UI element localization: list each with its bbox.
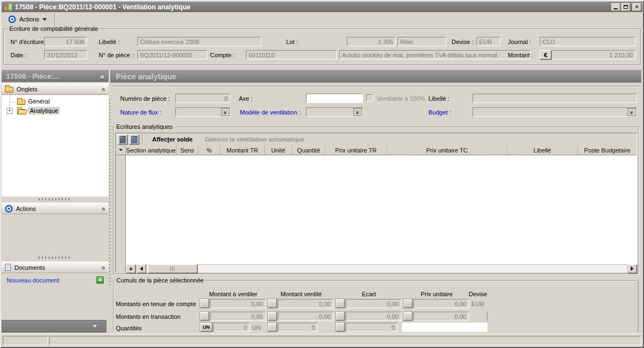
axe-input[interactable] [306, 94, 363, 103]
grid-body [116, 155, 637, 264]
column-header-sens[interactable]: Sens [176, 145, 198, 155]
budget-dropdown-button[interactable]: » [627, 108, 636, 116]
generer-ventilation-button: Générer la ventilation automatique [205, 136, 304, 143]
cumuls-detail-button[interactable] [336, 299, 345, 308]
close-button[interactable]: ✕ [632, 3, 641, 11]
cumuls-detail-button[interactable] [336, 312, 345, 320]
documents-panel-header[interactable]: Documents « [2, 262, 109, 273]
tree-item-label: Général [28, 98, 50, 105]
nature-flux-dropdown-button[interactable]: » [221, 108, 230, 116]
scroll-left-button[interactable] [137, 264, 146, 273]
hscroll-thumb[interactable] [148, 264, 197, 273]
main-area: Pièce analytique Numéro de pièce : 0 Axe… [110, 69, 642, 333]
journal-label: Journal : [508, 39, 531, 45]
scroll-right-button[interactable] [627, 264, 637, 273]
chart-bar-green [8, 3, 12, 10]
tenue-ecart-field: 0,00 [346, 299, 401, 308]
cumuls-row-transaction-label: Montants en transaction [116, 313, 180, 320]
folder-icon [17, 100, 25, 105]
quantites-empty-cell [402, 323, 487, 332]
column-header-poste-budgetaire[interactable]: Poste Budgetaire [578, 145, 637, 155]
lot-label: Lot : [286, 39, 298, 45]
affecter-solde-text: er solde [169, 136, 192, 143]
folder-open-icon [17, 109, 25, 115]
cumuls-groupbox: Cumuls de la pièce sélectionnée Montant … [113, 280, 638, 332]
minimize-button[interactable] [611, 3, 620, 11]
page-icon [120, 136, 126, 143]
cumuls-detail-button[interactable] [268, 299, 277, 308]
tree-item-analytique[interactable]: Analytique [17, 106, 60, 115]
cumuls-detail-button[interactable] [404, 312, 412, 320]
maximize-button[interactable] [621, 3, 630, 11]
cumuls-detail-button[interactable] [200, 312, 209, 320]
row-selector-arrow-icon [119, 149, 122, 151]
page-edit-icon [131, 136, 137, 143]
maximize-icon [624, 5, 628, 9]
num-piece-field: BQ2011/12-000001 [137, 50, 207, 59]
cumuls-row-quantites-label: Quantités [116, 325, 142, 331]
lot-type-field: Réel [398, 37, 446, 46]
column-header-prix-unitaire-tc[interactable]: Prix unitaire TC [387, 145, 507, 155]
expand-plus-icon: + [8, 108, 11, 113]
ecriture-generale-legend: Ecriture de comptabilité générale [7, 25, 100, 32]
edit-line-button[interactable] [129, 134, 139, 144]
journal-field: CLO [540, 37, 636, 46]
actions-panel-header[interactable]: Actions « [2, 203, 109, 214]
add-document-button[interactable]: + [96, 276, 104, 284]
cumuls-detail-button[interactable] [200, 299, 209, 308]
sidebar-header: 17508 - Pièce:... « [2, 70, 109, 82]
hscroll-track[interactable] [146, 264, 627, 273]
lot-number-field: 1 305 [347, 37, 396, 46]
column-header-quantite[interactable]: Quantité [292, 145, 325, 155]
tree-expand-box[interactable]: + [7, 108, 13, 114]
document-icon [5, 264, 11, 271]
tree-item-general[interactable]: Général [17, 97, 50, 106]
num-ecriture-field: 17 508 [44, 37, 87, 46]
date-label: Date : [10, 52, 26, 58]
modele-ventilation-label[interactable]: Modèle de ventilation : [240, 109, 300, 116]
budget-label[interactable]: Budget : [428, 109, 451, 116]
sidebar-bottom-dropdown[interactable] [2, 320, 106, 333]
affecter-solde-button[interactable]: Affecter solde [152, 136, 192, 143]
ventilable-label: Ventilable à 100% [377, 95, 425, 102]
grid-row-selector-header[interactable] [116, 145, 126, 155]
sidebar-splitter-grip[interactable] [39, 198, 72, 200]
budget-combo [473, 107, 637, 117]
add-row-button[interactable]: + [126, 264, 136, 273]
column-header-libelle[interactable]: Libellé [507, 145, 578, 155]
cumuls-col-devise: Devise [469, 291, 487, 297]
onglets-panel-header[interactable]: Onglets « [2, 83, 109, 95]
documents-panel-body: Nouveau document + [2, 276, 109, 286]
unite-button[interactable]: UN [200, 323, 212, 331]
currency-euro-button[interactable]: € [540, 50, 551, 59]
sidebar-collapse-button[interactable]: « [100, 72, 104, 80]
column-header-montant-tr[interactable]: Montant TR [221, 145, 265, 155]
collapse-panel-icon: « [100, 207, 108, 210]
euro-icon: € [544, 52, 547, 58]
cumuls-col-prix-unitaire: Prix unitaire [404, 291, 470, 297]
double-chevron-down-icon: » [629, 111, 635, 113]
column-header-unite[interactable]: Unité [265, 145, 292, 155]
column-header-pourcent[interactable]: % [198, 145, 221, 155]
modele-ventilation-dropdown-button[interactable]: » [353, 108, 362, 116]
column-header-section-analytique[interactable]: Section analytique [126, 145, 176, 155]
insert-line-button[interactable] [117, 134, 127, 144]
sidebar-splitter-grip[interactable] [39, 257, 72, 259]
transaction-devise-cell [470, 312, 487, 321]
arrow-right-icon [631, 267, 634, 271]
cumuls-detail-button[interactable] [268, 312, 277, 320]
thumb-grip-icon [170, 267, 175, 271]
montant-field: 1 210,00 [551, 50, 636, 59]
cumuls-legend: Cumuls de la pièce sélectionnée [114, 277, 206, 284]
cumuls-detail-button[interactable] [336, 323, 345, 331]
actions-menu-button[interactable]: Actions [5, 14, 50, 25]
nature-flux-label[interactable]: Nature de flux : [120, 109, 162, 116]
actions-target-icon [5, 205, 13, 213]
cumuls-detail-button[interactable] [404, 299, 412, 308]
column-header-prix-unitaire-tr[interactable]: Prix unitaire TR [325, 145, 387, 155]
num-ecriture-label: N° d'écriture : [10, 39, 47, 45]
cumuls-detail-button[interactable] [268, 323, 277, 331]
actions-menu-label: Actions [19, 16, 39, 23]
new-document-link[interactable]: Nouveau document [7, 277, 59, 284]
quantites-a-ventiler-field: 0 [213, 323, 250, 332]
